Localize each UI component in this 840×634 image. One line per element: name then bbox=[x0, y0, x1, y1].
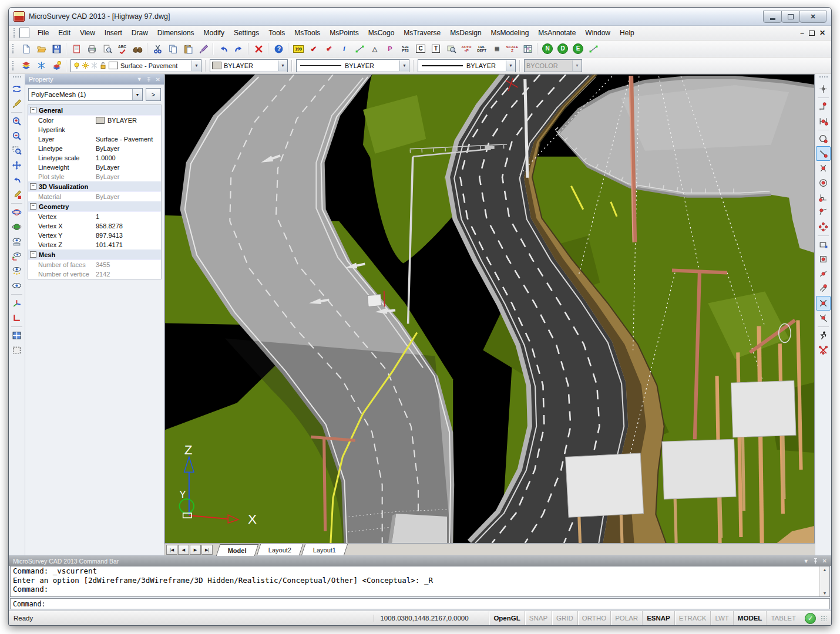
document-icon[interactable] bbox=[19, 28, 29, 38]
spell-check-icon[interactable]: ABC bbox=[115, 42, 129, 55]
snap-center-circle-icon[interactable] bbox=[816, 131, 831, 146]
zoom-in-icon[interactable] bbox=[9, 114, 24, 129]
scroll-up-icon[interactable]: ▲ bbox=[823, 568, 827, 572]
lineweight-dropdown-arrow[interactable]: ▼ bbox=[506, 60, 515, 71]
menu-draw[interactable]: Draw bbox=[127, 27, 153, 39]
menu-msmodeling[interactable]: MsModeling bbox=[486, 27, 534, 39]
panel-close-icon[interactable]: ✕ bbox=[156, 76, 160, 83]
cmd-pin-icon[interactable] bbox=[813, 558, 818, 564]
toolbar-grip[interactable] bbox=[819, 76, 828, 80]
camera-target-icon[interactable] bbox=[9, 249, 24, 264]
tab-model[interactable]: Model bbox=[216, 544, 258, 556]
layer-combo[interactable]: Surface - Pavement ▼ bbox=[70, 59, 201, 72]
zoom-out-icon[interactable] bbox=[9, 129, 24, 143]
table-editor-icon[interactable]: T bbox=[429, 42, 443, 55]
property-value[interactable]: Surface - Pavement bbox=[96, 136, 161, 143]
toolbar-grip[interactable] bbox=[12, 44, 16, 53]
command-history[interactable]: Command: _vscurrent Enter an option [2dW… bbox=[11, 566, 819, 596]
collapse-icon[interactable]: − bbox=[30, 107, 36, 113]
property-value[interactable]: 101.4171 bbox=[96, 241, 161, 248]
menu-insert[interactable]: Insert bbox=[100, 27, 127, 39]
property-value[interactable]: ByLayer bbox=[96, 193, 161, 200]
viewport-single-icon[interactable] bbox=[9, 343, 24, 358]
menu-window[interactable]: Window bbox=[580, 27, 615, 39]
color-combo[interactable]: BYLAYER ▼ bbox=[210, 59, 288, 72]
toggle-polar[interactable]: POLAR bbox=[610, 611, 642, 625]
auto-point-icon[interactable]: AUTO +P bbox=[459, 42, 473, 55]
layer-freeze-icon[interactable] bbox=[34, 59, 48, 72]
snap-parallel-icon[interactable] bbox=[816, 281, 831, 296]
cut-icon[interactable] bbox=[150, 42, 164, 55]
orbit-icon[interactable] bbox=[9, 205, 24, 220]
hide-icon[interactable] bbox=[9, 278, 24, 293]
color-dropdown-arrow[interactable]: ▼ bbox=[278, 60, 287, 71]
menu-help[interactable]: Help bbox=[615, 27, 639, 39]
ucs-world-icon[interactable] bbox=[9, 311, 24, 325]
quick-select-button[interactable]: > bbox=[146, 88, 161, 101]
redraw-icon[interactable] bbox=[9, 96, 24, 111]
snap-marker-icon[interactable] bbox=[816, 82, 831, 96]
layer-manager-icon[interactable] bbox=[19, 59, 33, 72]
open-file-icon[interactable] bbox=[34, 42, 48, 55]
view-previous-icon[interactable] bbox=[9, 173, 24, 187]
collapse-icon[interactable]: − bbox=[30, 183, 36, 190]
property-row[interactable]: Vertex1 bbox=[28, 212, 161, 221]
label-defaults-icon[interactable]: LBL DEFT bbox=[475, 42, 489, 55]
toggle-opengl[interactable]: OpenGL bbox=[489, 611, 524, 625]
toggle-snap[interactable]: SNAP bbox=[525, 611, 552, 625]
property-row[interactable]: Vertex Y897.9413 bbox=[28, 231, 161, 240]
property-row[interactable]: LinetypeByLayer bbox=[28, 144, 161, 153]
property-panel-header[interactable]: Property ▼ ✕ bbox=[25, 74, 164, 85]
tab-layout1[interactable]: Layout1 bbox=[301, 544, 348, 555]
section-geometry[interactable]: −Geometry bbox=[28, 201, 161, 212]
save-file-icon[interactable] bbox=[49, 42, 63, 55]
menu-view[interactable]: View bbox=[75, 27, 100, 39]
command-bar-header[interactable]: MicroSurvey CAD 2013 Command Bar ▼ ✕ bbox=[9, 556, 831, 566]
menu-settings[interactable]: Settings bbox=[229, 27, 264, 39]
property-value[interactable]: ByLayer bbox=[96, 145, 161, 152]
cogo-triangle-icon[interactable]: △ bbox=[368, 42, 382, 55]
property-value[interactable]: 2142 bbox=[96, 271, 161, 278]
named-views-icon[interactable] bbox=[9, 264, 24, 278]
property-row[interactable]: Vertex Z101.4171 bbox=[28, 240, 161, 249]
gps-import-icon[interactable]: ✔ bbox=[322, 42, 336, 55]
toggle-ortho[interactable]: ORTHO bbox=[577, 611, 610, 625]
lineweight-combo[interactable]: BYLAYER ▼ bbox=[418, 59, 516, 72]
text-editor-icon[interactable]: C bbox=[414, 42, 428, 55]
collapse-icon[interactable]: − bbox=[30, 251, 36, 258]
snap-center-icon[interactable] bbox=[816, 176, 831, 190]
snap-apparent-icon[interactable] bbox=[816, 311, 831, 325]
check-circle-icon[interactable]: ✓ bbox=[805, 613, 816, 624]
point-protect-icon[interactable]: P bbox=[383, 42, 397, 55]
viewports-icon[interactable] bbox=[9, 328, 24, 343]
find-icon[interactable] bbox=[130, 42, 145, 55]
menu-mspoints[interactable]: MsPoints bbox=[325, 27, 363, 39]
cmd-menu-icon[interactable]: ▼ bbox=[804, 558, 809, 564]
property-value[interactable]: 3455 bbox=[96, 261, 161, 268]
snap-quadrant-icon[interactable] bbox=[816, 220, 831, 234]
linetype-combo[interactable]: BYLAYER ▼ bbox=[296, 59, 409, 72]
toggle-tablet[interactable]: TABLET bbox=[766, 611, 800, 625]
store-points-icon[interactable]: S+E PTS bbox=[398, 42, 412, 55]
resize-grip[interactable] bbox=[821, 615, 826, 621]
snap-from-icon[interactable] bbox=[816, 99, 831, 114]
property-row[interactable]: Plot styleByLayer bbox=[28, 172, 161, 181]
zoom-to-point-icon[interactable] bbox=[444, 42, 458, 55]
mdi-close-button[interactable]: ✕ bbox=[819, 29, 825, 37]
zoom-window-icon[interactable] bbox=[9, 143, 24, 158]
menu-mstools[interactable]: MsTools bbox=[290, 27, 325, 39]
redraw-all-icon[interactable] bbox=[9, 187, 24, 202]
drawing-viewport[interactable]: Z Y X bbox=[164, 74, 815, 544]
point-identify-icon[interactable]: i bbox=[337, 42, 351, 55]
tab-first-icon[interactable]: |◀ bbox=[166, 545, 177, 555]
toggle-grid[interactable]: GRID bbox=[552, 611, 577, 625]
section-3d-visualization[interactable]: −3D Visualization bbox=[28, 181, 161, 192]
cmd-close-icon[interactable]: ✕ bbox=[822, 558, 827, 564]
entity-selector[interactable]: PolyFaceMesh (1) ▼ bbox=[28, 88, 143, 101]
new-file-icon[interactable] bbox=[19, 42, 33, 55]
property-value[interactable]: 1.0000 bbox=[96, 154, 161, 161]
snap-nearest-line-icon[interactable] bbox=[816, 146, 831, 161]
page-setup-icon[interactable] bbox=[69, 42, 83, 55]
tab-last-icon[interactable]: ▶| bbox=[201, 545, 213, 555]
property-row[interactable]: Number of vertice2142 bbox=[28, 269, 161, 279]
